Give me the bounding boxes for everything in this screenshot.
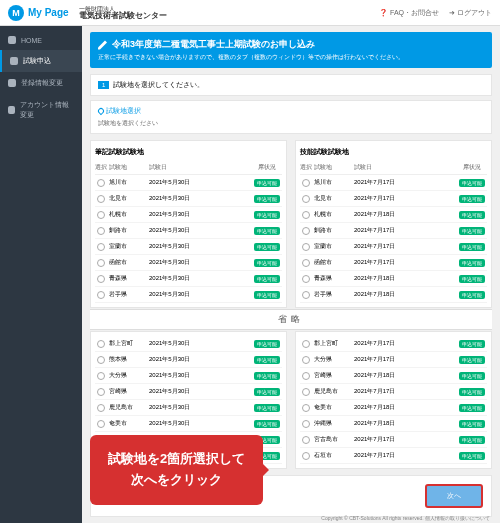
radio-icon[interactable] — [302, 436, 310, 444]
table-row[interactable]: 宮崎県2021年5月30日申込可能 — [95, 384, 282, 400]
table-row[interactable]: 沖縄県2021年7月18日申込可能 — [300, 416, 487, 432]
cell-date: 2021年5月30日 — [149, 194, 252, 203]
status-badge: 申込可能 — [459, 275, 485, 283]
radio-icon[interactable] — [302, 291, 310, 299]
selector-sub: 試験地を選択ください — [98, 119, 484, 128]
table-row[interactable]: 旭川市2021年7月17日申込可能 — [300, 175, 487, 191]
table-row[interactable]: 鹿児島市2021年7月17日申込可能 — [300, 384, 487, 400]
table-row[interactable]: 室蘭市2021年7月17日申込可能 — [300, 239, 487, 255]
radio-icon[interactable] — [97, 227, 105, 235]
th-select: 選択 — [300, 163, 314, 172]
cell-date: 2021年5月30日 — [149, 178, 252, 187]
radio-icon[interactable] — [97, 388, 105, 396]
ellipsis-divider: 省略 — [90, 309, 492, 330]
radio-icon[interactable] — [302, 404, 310, 412]
cell-location: 奄美市 — [314, 403, 354, 412]
radio-icon[interactable] — [302, 340, 310, 348]
cell-date: 2021年7月18日 — [354, 274, 457, 283]
table-row[interactable]: 奄美市2021年7月18日申込可能 — [300, 400, 487, 416]
table-row[interactable]: 釧路市2021年5月30日申込可能 — [95, 223, 282, 239]
table-row[interactable]: 岩手県2021年7月18日申込可能 — [300, 287, 487, 303]
selector-box: 試験地選択 試験地を選択ください — [90, 100, 492, 134]
table-row[interactable]: 石垣市2021年7月17日申込可能 — [300, 448, 487, 464]
table-row[interactable]: 札幌市2021年7月18日申込可能 — [300, 207, 487, 223]
table-row[interactable]: 郡上宮町2021年7月17日申込可能 — [300, 336, 487, 352]
radio-icon[interactable] — [302, 372, 310, 380]
table-row[interactable]: 青森県2021年5月30日申込可能 — [95, 271, 282, 287]
radio-icon[interactable] — [302, 356, 310, 364]
radio-icon[interactable] — [302, 259, 310, 267]
table-row[interactable]: 岩手県2021年5月30日申込可能 — [95, 287, 282, 303]
radio-icon[interactable] — [302, 275, 310, 283]
radio-icon[interactable] — [97, 243, 105, 251]
radio-icon[interactable] — [302, 179, 310, 187]
table-practical-body-1: 旭川市2021年7月17日申込可能北見市2021年7月17日申込可能札幌市202… — [300, 175, 487, 303]
radio-icon[interactable] — [302, 195, 310, 203]
sidebar-item-apply[interactable]: 試験申込 — [0, 50, 82, 72]
faq-link[interactable]: ❓ FAQ・お問合せ — [379, 8, 439, 18]
table-row[interactable]: 札幌市2021年5月30日申込可能 — [95, 207, 282, 223]
table-row[interactable]: 宮崎県2021年7月18日申込可能 — [300, 368, 487, 384]
status-badge: 申込可能 — [459, 195, 485, 203]
table-row[interactable]: 宮古島市2021年7月17日申込可能 — [300, 432, 487, 448]
sidebar-item-home[interactable]: HOME — [0, 30, 82, 50]
radio-icon[interactable] — [97, 259, 105, 267]
status-badge: 申込可能 — [254, 372, 280, 380]
radio-icon[interactable] — [302, 452, 310, 460]
table-row[interactable]: 大分県2021年7月17日申込可能 — [300, 352, 487, 368]
status-badge: 申込可能 — [254, 195, 280, 203]
logout-link[interactable]: ➜ ログアウト — [449, 8, 492, 18]
next-button[interactable]: 次へ — [425, 484, 483, 508]
table-row[interactable]: 旭川市2021年5月30日申込可能 — [95, 175, 282, 191]
table-row[interactable]: 室蘭市2021年5月30日申込可能 — [95, 239, 282, 255]
radio-icon[interactable] — [97, 211, 105, 219]
radio-icon[interactable] — [302, 227, 310, 235]
sidebar-item-account[interactable]: アカウント情報変更 — [0, 94, 82, 126]
logo-icon: M — [8, 5, 24, 21]
cell-date: 2021年5月30日 — [149, 339, 252, 348]
table-row[interactable]: 熊本県2021年5月30日申込可能 — [95, 352, 282, 368]
radio-icon[interactable] — [302, 420, 310, 428]
cell-date: 2021年5月30日 — [149, 210, 252, 219]
table-row[interactable]: 大分県2021年5月30日申込可能 — [95, 368, 282, 384]
cell-location: 鹿児島市 — [109, 403, 149, 412]
radio-icon[interactable] — [302, 388, 310, 396]
table-row[interactable]: 青森県2021年7月18日申込可能 — [300, 271, 487, 287]
cell-date: 2021年7月17日 — [354, 226, 457, 235]
status-badge: 申込可能 — [254, 275, 280, 283]
radio-icon[interactable] — [97, 420, 105, 428]
radio-icon[interactable] — [97, 179, 105, 187]
table-row[interactable]: 鹿児島市2021年5月30日申込可能 — [95, 400, 282, 416]
radio-icon[interactable] — [97, 275, 105, 283]
table-written-body-1: 旭川市2021年5月30日申込可能北見市2021年5月30日申込可能札幌市202… — [95, 175, 282, 303]
table-row[interactable]: 郡上宮町2021年5月30日申込可能 — [95, 336, 282, 352]
cell-location: 石垣市 — [314, 451, 354, 460]
brand-text: My Page — [28, 7, 69, 18]
radio-icon[interactable] — [97, 404, 105, 412]
cell-location: 熊本県 — [109, 355, 149, 364]
radio-icon[interactable] — [97, 195, 105, 203]
radio-icon[interactable] — [302, 211, 310, 219]
cell-date: 2021年7月17日 — [354, 258, 457, 267]
table-row[interactable]: 函館市2021年5月30日申込可能 — [95, 255, 282, 271]
table-row[interactable]: 函館市2021年7月17日申込可能 — [300, 255, 487, 271]
table-row[interactable]: 北見市2021年7月17日申込可能 — [300, 191, 487, 207]
cell-location: 沖縄県 — [314, 419, 354, 428]
table-row[interactable]: 釧路市2021年7月17日申込可能 — [300, 223, 487, 239]
cell-location: 函館市 — [109, 258, 149, 267]
table-practical-title: 技能試験試験地 — [300, 145, 487, 161]
radio-icon[interactable] — [97, 372, 105, 380]
th-status: 席状況 — [457, 163, 487, 172]
cell-date: 2021年7月17日 — [354, 178, 457, 187]
cell-date: 2021年7月17日 — [354, 387, 457, 396]
radio-icon[interactable] — [97, 356, 105, 364]
sidebar-item-register[interactable]: 登録情報変更 — [0, 72, 82, 94]
status-badge: 申込可能 — [459, 436, 485, 444]
radio-icon[interactable] — [97, 340, 105, 348]
table-row[interactable]: 北見市2021年5月30日申込可能 — [95, 191, 282, 207]
radio-icon[interactable] — [302, 243, 310, 251]
radio-icon[interactable] — [97, 291, 105, 299]
table-row[interactable]: 奄美市2021年5月30日申込可能 — [95, 416, 282, 432]
cell-location: 郡上宮町 — [109, 339, 149, 348]
status-badge: 申込可能 — [254, 227, 280, 235]
